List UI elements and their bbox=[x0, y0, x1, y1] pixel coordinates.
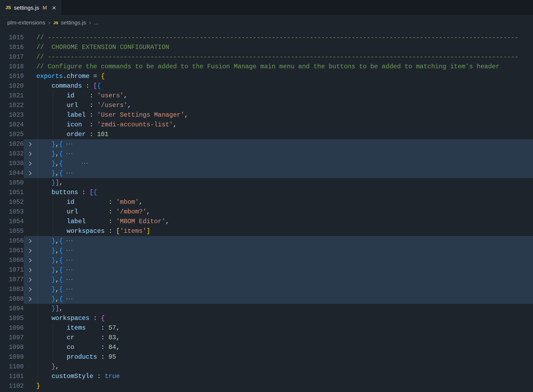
breadcrumb-symbol-ellipsis[interactable]: ... bbox=[94, 19, 99, 26]
code-line[interactable]: 1022 url : '/users', bbox=[0, 101, 533, 110]
code-line[interactable]: 1102} bbox=[0, 381, 533, 391]
code-token: id bbox=[67, 92, 74, 99]
code-token: } bbox=[51, 150, 55, 158]
code-line[interactable]: 1052 id : 'mbom', bbox=[0, 197, 533, 207]
code-token bbox=[36, 237, 51, 245]
code-token: } bbox=[51, 266, 55, 274]
chevron-right-icon bbox=[27, 171, 32, 175]
code-line[interactable]: 1095 workspaces : { bbox=[0, 313, 533, 323]
code-token: , bbox=[55, 286, 59, 293]
code-line[interactable]: 1101 customStyle : true bbox=[0, 372, 533, 381]
code-token: : bbox=[89, 315, 101, 322]
code-line[interactable]: 1097 cr : 83, bbox=[0, 333, 533, 343]
code-line[interactable]: 1044 },{··· bbox=[0, 168, 533, 178]
code-line[interactable]: 1051 buttons : [{ bbox=[0, 188, 533, 197]
code-token: ] bbox=[55, 179, 59, 186]
code-line[interactable]: 1096 items : 57, bbox=[0, 323, 533, 333]
tab-settings-js[interactable]: JS settings.js M × bbox=[0, 0, 61, 15]
code-line[interactable]: 1018// Configure the commands to be adde… bbox=[0, 62, 533, 72]
code-line[interactable]: 1077 },{··· bbox=[0, 275, 533, 284]
chevron-right-icon bbox=[27, 287, 32, 291]
code-line[interactable]: 1088 },{··· bbox=[0, 294, 533, 304]
editor[interactable]: 1015// ---------------------------------… bbox=[0, 30, 533, 391]
code-text: label : 'MBOM Editor', bbox=[36, 217, 533, 226]
line-number: 1018 bbox=[0, 62, 24, 72]
code-line[interactable]: 1032 },{··· bbox=[0, 149, 533, 159]
breadcrumb-folder[interactable]: plm-extensions bbox=[7, 19, 45, 26]
code-line[interactable]: 1098 co : 84, bbox=[0, 343, 533, 352]
code-line[interactable]: 1066 },{··· bbox=[0, 255, 533, 265]
code-token: [ bbox=[116, 227, 120, 235]
code-line[interactable]: 1094 }], bbox=[0, 304, 533, 313]
code-text: },{··· bbox=[36, 294, 533, 304]
code-line[interactable]: 1019exports.chrome = { bbox=[0, 72, 533, 81]
folded-region-ellipsis[interactable]: ··· bbox=[65, 238, 73, 244]
folded-region-ellipsis[interactable]: ··· bbox=[65, 286, 73, 292]
code-token bbox=[36, 198, 67, 206]
code-token: url bbox=[67, 208, 78, 215]
code-text: },{··· bbox=[36, 265, 533, 275]
code-line[interactable]: 1083 },{··· bbox=[0, 284, 533, 294]
code-line[interactable]: 1024 icon : 'zmdi-accounts-list', bbox=[0, 120, 533, 130]
code-token: : bbox=[86, 131, 97, 138]
folded-region-ellipsis[interactable]: ··· bbox=[65, 267, 73, 273]
code-token bbox=[36, 141, 51, 148]
folded-region-ellipsis[interactable]: ··· bbox=[65, 296, 73, 302]
code-line[interactable]: 1055 workspaces : ['items'] bbox=[0, 226, 533, 236]
code-token: 101 bbox=[97, 131, 108, 138]
line-number: 1096 bbox=[0, 323, 24, 333]
folded-region-ellipsis[interactable]: ··· bbox=[65, 276, 73, 283]
code-line[interactable]: 1038 },{ ··· bbox=[0, 159, 533, 168]
code-token: 84 bbox=[108, 344, 116, 351]
code-token: , bbox=[146, 208, 150, 215]
code-token: exports bbox=[36, 73, 63, 80]
code-line[interactable]: 1054 label : 'MBOM Editor', bbox=[0, 217, 533, 226]
folded-region-ellipsis[interactable]: ··· bbox=[65, 151, 73, 157]
code-line[interactable]: 1071 },{··· bbox=[0, 265, 533, 275]
folded-region-ellipsis[interactable]: ··· bbox=[80, 160, 88, 166]
breadcrumb-file[interactable]: settings.js bbox=[61, 19, 86, 26]
fold-chevron-icon[interactable] bbox=[24, 298, 36, 301]
code-line[interactable]: 1056 },{··· bbox=[0, 236, 533, 246]
code-line[interactable]: 1017// ---------------------------------… bbox=[0, 52, 533, 62]
code-text: workspaces : { bbox=[36, 313, 533, 323]
line-number: 1056 bbox=[0, 236, 24, 246]
code-token: , bbox=[55, 150, 59, 158]
fold-chevron-icon[interactable] bbox=[24, 162, 36, 165]
code-token: , bbox=[173, 121, 177, 128]
code-line[interactable]: 1026 },{··· bbox=[0, 139, 533, 149]
code-line[interactable]: 1100 }, bbox=[0, 362, 533, 372]
code-line[interactable]: 1053 url : '/mbom?', bbox=[0, 207, 533, 217]
code-line[interactable]: 1050 }], bbox=[0, 178, 533, 188]
folded-region-ellipsis[interactable]: ··· bbox=[65, 257, 73, 263]
fold-chevron-icon[interactable] bbox=[24, 269, 36, 272]
code-text: label : 'User Settings Manager', bbox=[36, 110, 533, 120]
close-icon[interactable]: × bbox=[52, 4, 56, 11]
fold-chevron-icon[interactable] bbox=[24, 278, 36, 281]
code-line[interactable]: 1020 commands : [{ bbox=[0, 81, 533, 91]
folded-region-ellipsis[interactable]: ··· bbox=[65, 247, 73, 254]
fold-chevron-icon[interactable] bbox=[24, 288, 36, 291]
code-token: { bbox=[59, 247, 63, 254]
fold-chevron-icon[interactable] bbox=[24, 143, 36, 146]
code-line[interactable]: 1016// CHOROME EXTENSION CONFIGURATION bbox=[0, 42, 533, 52]
code-line[interactable]: 1023 label : 'User Settings Manager', bbox=[0, 110, 533, 120]
fold-chevron-icon[interactable] bbox=[24, 240, 36, 243]
code-text: },{··· bbox=[36, 139, 533, 149]
code-token bbox=[36, 276, 51, 283]
fold-chevron-icon[interactable] bbox=[24, 249, 36, 252]
folded-region-ellipsis[interactable]: ··· bbox=[65, 141, 73, 147]
fold-chevron-icon[interactable] bbox=[24, 152, 36, 155]
code-line[interactable]: 1021 id : 'users', bbox=[0, 91, 533, 101]
fold-chevron-icon[interactable] bbox=[24, 259, 36, 262]
code-token bbox=[36, 189, 51, 196]
fold-chevron-icon[interactable] bbox=[24, 172, 36, 175]
code-token: order bbox=[67, 131, 86, 138]
line-number: 1032 bbox=[0, 149, 24, 159]
code-line[interactable]: 1015// ---------------------------------… bbox=[0, 33, 533, 42]
code-line[interactable]: 1061 },{··· bbox=[0, 246, 533, 255]
code-token: url bbox=[67, 102, 78, 109]
code-line[interactable]: 1099 products : 95 bbox=[0, 352, 533, 362]
code-line[interactable]: 1025 order : 101 bbox=[0, 130, 533, 139]
folded-region-ellipsis[interactable]: ··· bbox=[65, 170, 73, 176]
